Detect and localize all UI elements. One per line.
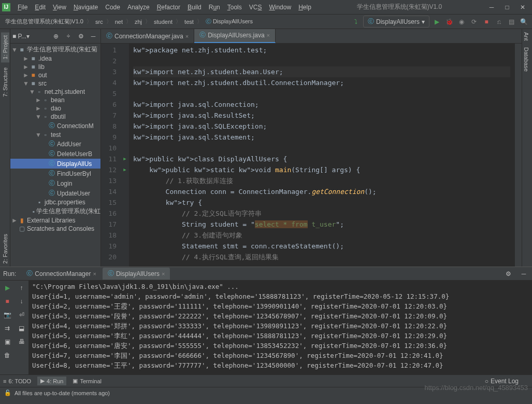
tree-item[interactable]: ►■lib xyxy=(10,63,100,71)
code-content[interactable]: kw">package net.zhj.student.test;kw">imp… xyxy=(129,44,514,267)
layout-icon[interactable]: ⇉ xyxy=(2,323,12,333)
menu-refactor[interactable]: Refactor xyxy=(154,3,183,12)
menu-build[interactable]: Build xyxy=(184,3,205,12)
bottom-tab-run[interactable]: ▶ 4: Run xyxy=(37,377,66,385)
rerun-button[interactable]: ▶ xyxy=(2,283,12,293)
sidebar-tab-structure[interactable]: 7: Structure xyxy=(1,64,9,100)
bottom-tab-todo[interactable]: ≡ 6: TODO xyxy=(3,378,31,384)
tree-item[interactable]: ▪学生信息管理系统(朱虹 xyxy=(10,206,100,216)
structure-button[interactable]: ▤ xyxy=(506,17,516,27)
menu-analyze[interactable]: Analyze xyxy=(124,3,153,12)
run-config-label: DisplayAllUsers xyxy=(376,18,420,25)
status-bar: 🔓 All files are up-to-date (moments ago) xyxy=(0,387,532,398)
tree-item[interactable]: ⓒUpdateUser xyxy=(10,188,100,198)
menu-window[interactable]: Window xyxy=(266,3,294,12)
sidebar-tab-project[interactable]: 1: Project xyxy=(1,32,9,62)
search-button[interactable]: 🔍 xyxy=(519,17,529,27)
sidebar-tab-database[interactable]: Database xyxy=(522,44,530,75)
maximize-button[interactable]: □ xyxy=(500,2,514,12)
tree-item[interactable]: ▼■src xyxy=(10,79,100,88)
wrap-icon[interactable]: ⏎ xyxy=(17,310,27,320)
class-icon: ⓒ xyxy=(199,31,206,39)
tree-item[interactable]: ⓒFindUserByI xyxy=(10,169,100,178)
breadcrumbs: 学生信息管理系统(朱虹菊)V1.0〉 src〉 net〉 zhj〉 studen… xyxy=(3,17,349,26)
tree-item[interactable]: ▼▫test xyxy=(10,131,100,139)
tree-item[interactable]: ▼▫dbutil xyxy=(10,113,100,121)
tree-item[interactable]: ▼▫net.zhj.student xyxy=(10,88,100,96)
breadcrumb-item[interactable]: ⓒ DisplayAllUsers xyxy=(204,17,255,26)
run-tab[interactable]: ⓒDisplayAllUsers× xyxy=(103,268,170,280)
tree-item[interactable]: ►▫bean xyxy=(10,96,100,104)
stop-button[interactable]: ■ xyxy=(2,296,12,307)
project-pane: ■ P...▾ ⊕ ÷ ⚙ ─ ▼■学生信息管理系统(朱虹菊 ►■.idea►■… xyxy=(10,29,101,267)
close-icon[interactable]: × xyxy=(185,33,189,39)
tree-item[interactable]: ⓒDisplayAllUs xyxy=(10,159,100,169)
expand-icon[interactable]: ÷ xyxy=(63,31,74,41)
bottom-tab-terminal[interactable]: ▣ Terminal xyxy=(73,378,102,384)
breadcrumb-item[interactable]: net xyxy=(113,18,125,25)
tree-root[interactable]: ▼■学生信息管理系统(朱虹菊 xyxy=(10,45,100,54)
console-output[interactable]: "C:\Program Files\Java\jdk1.8.0_191\bin\… xyxy=(29,281,532,374)
window-controls: ─ □ ✕ xyxy=(484,2,530,12)
print-icon[interactable]: 🖶 xyxy=(17,337,27,347)
tree-item[interactable]: ►■out xyxy=(10,71,100,79)
breadcrumb-item[interactable]: test xyxy=(182,18,196,25)
editor-tab[interactable]: ⓒ ConnectionManager.java × xyxy=(101,29,194,43)
gear-icon[interactable]: ⚙ xyxy=(76,31,86,41)
menu-file[interactable]: File xyxy=(15,3,31,12)
down-icon[interactable]: ↓ xyxy=(17,296,27,307)
menu-vcs[interactable]: VCS xyxy=(246,3,265,12)
run-tab[interactable]: ⓒConnectionManager× xyxy=(21,268,102,280)
scroll-icon[interactable]: ⬓ xyxy=(17,323,27,333)
tree-item[interactable]: ⓒLogin xyxy=(10,178,100,188)
menu-run[interactable]: Run xyxy=(206,3,223,12)
locate-icon[interactable]: ⊕ xyxy=(51,31,61,41)
sidebar-tab-ant[interactable]: Ant xyxy=(522,29,530,44)
gear-icon[interactable]: ⚙ xyxy=(503,269,513,279)
tree-scratches[interactable]: ▢Scratches and Consoles xyxy=(10,225,100,233)
run-button[interactable]: ▶ xyxy=(432,17,442,27)
tree-item[interactable]: ▪jdbc.properties xyxy=(10,198,100,206)
tree-item[interactable]: ⓒDeleteUserB xyxy=(10,149,100,159)
tree-external-libraries[interactable]: ►▮External Libraries xyxy=(10,216,100,225)
breadcrumb-item[interactable]: student xyxy=(152,18,175,25)
breadcrumb-item[interactable]: src xyxy=(93,18,105,25)
build-icon[interactable]: ⤵ xyxy=(351,17,361,27)
menu-help[interactable]: Help xyxy=(295,3,314,12)
minimize-button[interactable]: ─ xyxy=(484,2,499,12)
trash-icon[interactable]: 🗑 xyxy=(2,350,12,360)
menu-navigate[interactable]: Navigate xyxy=(70,3,101,12)
hide-icon[interactable]: ─ xyxy=(519,269,529,279)
profile-button[interactable]: ⟳ xyxy=(469,17,479,27)
tree-item[interactable]: ►■.idea xyxy=(10,54,100,63)
camera-icon[interactable]: 📷 xyxy=(2,310,12,320)
vcs-button[interactable]: ⎌ xyxy=(494,17,504,27)
menu-view[interactable]: View xyxy=(50,3,69,12)
up-icon[interactable]: ↑ xyxy=(17,283,27,293)
menu-edit[interactable]: Edit xyxy=(32,3,49,12)
editor-tab[interactable]: ⓒ DisplayAllUsers.java × xyxy=(194,29,276,43)
sidebar-tab-favorites[interactable]: 2: Favorites xyxy=(1,231,9,267)
close-icon[interactable]: × xyxy=(93,271,96,277)
stop-button[interactable]: ■ xyxy=(481,17,492,27)
run-configuration-dropdown[interactable]: ⓒ DisplayAllUsers ▾ xyxy=(363,16,429,27)
project-tree[interactable]: ▼■学生信息管理系统(朱虹菊 ►■.idea►■lib►■out▼■src▼▫n… xyxy=(10,44,100,267)
hide-icon[interactable]: ─ xyxy=(88,31,98,41)
code-area[interactable]: 1234567891011121314151617181920 ▶▶ kw">p… xyxy=(101,44,522,267)
tree-item[interactable]: ⓒAddUser xyxy=(10,139,100,149)
coverage-button[interactable]: ◉ xyxy=(456,17,467,27)
breadcrumb-item[interactable]: 学生信息管理系统(朱虹菊)V1.0 xyxy=(3,17,85,26)
close-icon[interactable]: × xyxy=(267,32,270,38)
bottom-tab-event-log[interactable]: ○ Event Log xyxy=(485,378,529,385)
debug-button[interactable]: 🐞 xyxy=(444,17,454,27)
project-view-dropdown[interactable]: ■ P...▾ xyxy=(12,33,30,40)
error-stripe xyxy=(514,44,522,267)
breadcrumb-item[interactable]: zhj xyxy=(133,18,144,25)
exit-icon[interactable]: ▣ xyxy=(2,337,12,347)
close-button[interactable]: ✕ xyxy=(515,2,530,12)
menu-tools[interactable]: Tools xyxy=(224,3,245,12)
close-icon[interactable]: × xyxy=(162,271,165,277)
menu-code[interactable]: Code xyxy=(102,3,123,12)
tree-item[interactable]: ►▫dao xyxy=(10,104,100,113)
tree-item[interactable]: ⓒConnectionM xyxy=(10,121,100,131)
